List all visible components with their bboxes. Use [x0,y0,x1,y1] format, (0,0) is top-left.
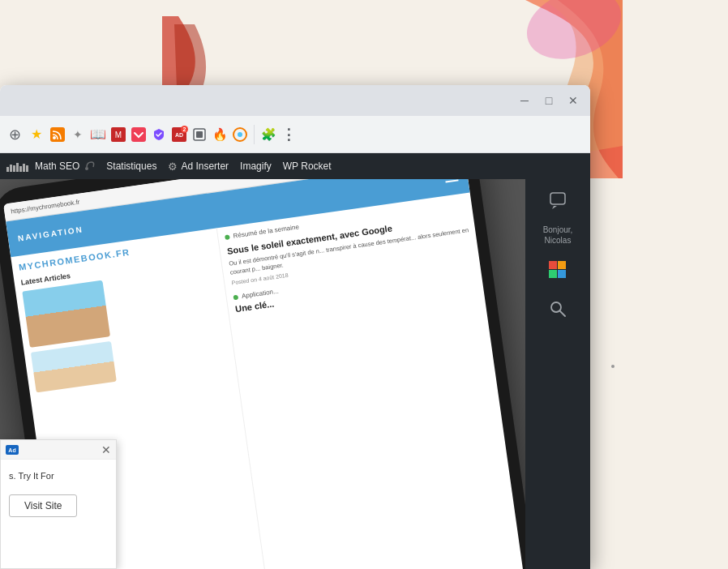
svg-rect-13 [10,165,12,172]
add-tab-icon[interactable]: ⊕ [5,125,24,144]
toggle-icon[interactable] [191,126,208,143]
svg-rect-23 [549,270,557,278]
ad-text: s. Try It For [9,469,108,483]
math-seo-label: Math SEO [35,160,79,172]
shield-icon[interactable] [150,126,168,143]
math-seo-menu-item[interactable]: Math SEO [6,160,95,172]
dot-2 [611,365,615,368]
svg-text:Ad: Ad [8,447,15,453]
svg-rect-15 [16,163,19,172]
svg-rect-17 [23,164,25,172]
pocket-icon[interactable] [130,126,148,143]
svg-rect-12 [6,167,9,172]
ad-content: s. Try It For Visit Site [1,460,116,524]
svg-point-11 [238,132,242,137]
rss-icon[interactable] [49,126,66,143]
ad-visit-button[interactable]: Visit Site [9,494,77,517]
wp-admin-sidebar: Bonjour, Nicolas [525,179,590,569]
svg-rect-14 [13,165,15,172]
hamburger-icon [444,179,459,183]
article-image-2 [31,341,117,392]
circle-orange-icon[interactable] [231,126,249,143]
flame-icon[interactable]: 🔥 [211,126,229,143]
browser-menu-icon[interactable]: ⋮ [280,126,298,143]
article-image [22,280,110,348]
ext-badge-icon[interactable]: AD 2 [170,126,188,143]
imagify-menu-item[interactable]: Imagify [240,160,272,172]
svg-rect-24 [558,270,566,278]
toolbar-separator [254,125,255,144]
title-bar: ─ □ ✕ [0,85,590,116]
wp-admin-bar: Math SEO Statistiques ⚙ Ad Inserter Imag… [0,153,590,179]
ad-widget: Ad ✕ s. Try It For Visit Site [0,439,117,569]
gear-icon: ⚙ [168,160,178,173]
svg-rect-21 [549,261,557,269]
ad-inserter-menu-item[interactable]: ⚙ Ad Inserter [168,160,229,173]
extensions-icon[interactable]: 🧩 [259,126,277,143]
svg-rect-16 [19,166,22,172]
statistiques-menu-item[interactable]: Statistiques [106,160,156,172]
book-icon[interactable]: 📖 [89,126,107,143]
bookmark-star-icon[interactable]: ★ [27,125,46,144]
svg-text:M: M [115,130,122,139]
svg-rect-5 [131,127,146,142]
close-button[interactable]: ✕ [563,90,584,111]
svg-line-26 [560,311,565,316]
red-book-icon[interactable]: M [109,126,127,143]
puzzle-ext-icon[interactable]: ✦ [69,126,87,143]
maximize-button[interactable]: □ [538,90,559,111]
svg-point-2 [53,136,56,139]
nav-label: NAVIGATION [17,225,84,242]
svg-rect-18 [26,165,28,172]
svg-rect-20 [550,193,565,204]
search-icon[interactable] [543,294,572,323]
svg-point-25 [551,302,561,312]
svg-rect-1 [50,127,65,142]
wp-greeting: Bonjour, Nicolas [525,225,590,246]
toolbar: ⊕ ★ ✦ 📖 M [0,116,590,153]
wp-rocket-menu-item[interactable]: WP Rocket [283,160,332,172]
svg-text:AD: AD [175,132,183,138]
ad-close-button[interactable]: ✕ [101,443,111,456]
ad-close-bar: Ad ✕ [1,440,116,460]
comment-icon[interactable] [543,186,572,215]
svg-rect-9 [196,131,203,138]
svg-point-19 [85,167,88,170]
color-grid-icon[interactable] [543,255,572,284]
minimize-button[interactable]: ─ [514,90,535,111]
svg-rect-22 [558,261,566,269]
